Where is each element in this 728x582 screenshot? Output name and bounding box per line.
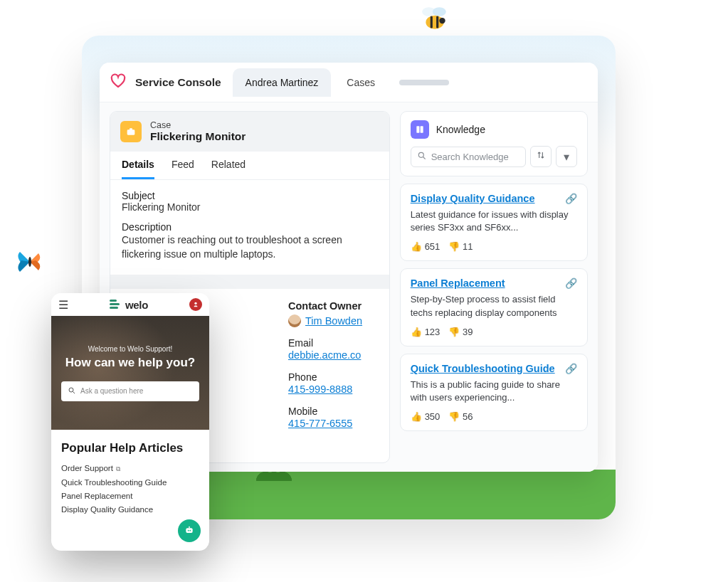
mobile-link-order[interactable]: Order Support ⧉	[61, 464, 199, 473]
app-title: Service Console	[135, 76, 221, 89]
external-link-icon: ⧉	[115, 465, 121, 472]
article-desc: Latest guidance for issues with display …	[411, 208, 577, 234]
knowledge-panel: Knowledge Search Knowledge	[400, 111, 588, 463]
chevron-down-icon: ▾	[564, 150, 569, 164]
article-down: 56	[463, 411, 473, 422]
svg-point-5	[439, 18, 445, 23]
mobile-link-panel[interactable]: Panel Replacement	[61, 492, 199, 500]
bee-icon	[420, 6, 450, 33]
article-title-link[interactable]: Quick Troubleshooting Guide	[411, 363, 555, 374]
article-desc: This is a public facing guide to share w…	[411, 379, 577, 404]
mobile-links: Order Support ⧉ Quick Troubleshooting Gu…	[61, 464, 199, 514]
svg-rect-8	[130, 128, 132, 130]
attach-icon[interactable]: 🔗	[565, 277, 577, 289]
case-header: Case Flickering Monitor	[110, 112, 389, 152]
mobile-link-quick[interactable]: Quick Troubleshooting Guide	[61, 478, 199, 487]
subtab-related[interactable]: Related	[211, 159, 246, 179]
case-details: Subject Flickering Monitor Description C…	[110, 180, 389, 275]
search-icon	[417, 151, 427, 163]
subject-value: Flickering Monitor	[122, 201, 378, 213]
case-title: Flickering Monitor	[150, 130, 246, 143]
mobile-link-display[interactable]: Display Quality Guidance	[61, 505, 199, 514]
subtab-feed[interactable]: Feed	[172, 159, 194, 179]
dropdown-button[interactable]: ▾	[556, 146, 577, 167]
thumbs-up-icon[interactable]: 👍	[411, 241, 422, 252]
article-card: Quick Troubleshooting Guide 🔗 This is a …	[400, 354, 588, 431]
phone-label: Phone	[288, 371, 376, 383]
svg-point-2	[426, 16, 443, 29]
tab-cases[interactable]: Cases	[334, 68, 388, 97]
mobile-label: Mobile	[288, 406, 376, 417]
article-title-link[interactable]: Display Quality Guidance	[411, 193, 535, 204]
article-card: Display Quality Guidance 🔗 Latest guidan…	[400, 184, 588, 261]
mobile-hero: Welcome to Welo Support! How can we help…	[51, 316, 209, 430]
svg-point-0	[422, 7, 436, 16]
contact-owner-label: Contact Owner	[288, 300, 376, 312]
mobile-section-title: Popular Help Articles	[61, 441, 199, 455]
svg-point-18	[189, 529, 191, 531]
bot-icon	[184, 524, 195, 538]
knowledge-search-input[interactable]: Search Knowledge	[411, 147, 526, 167]
description-label: Description	[122, 221, 378, 233]
email-value[interactable]: debbie.acme.co	[288, 349, 361, 361]
svg-point-11	[418, 152, 423, 157]
svg-line-15	[73, 391, 75, 393]
attach-icon[interactable]: 🔗	[565, 363, 577, 374]
article-up: 350	[425, 411, 441, 422]
app-brand: Service Console	[107, 70, 230, 95]
chat-fab[interactable]	[178, 519, 201, 542]
email-label: Email	[288, 337, 376, 349]
svg-point-14	[69, 388, 73, 392]
knowledge-icon	[411, 120, 429, 139]
notification-badge[interactable]	[189, 298, 202, 311]
top-bar: Service Console Andrea Martinez Cases	[100, 63, 598, 102]
article-votes: 👍350 👎56	[411, 411, 577, 422]
thumbs-up-icon[interactable]: 👍	[411, 327, 422, 337]
mobile-brand-name: welo	[125, 299, 148, 311]
mobile-search-input[interactable]: Ask a question here	[61, 381, 199, 401]
butterfly-icon	[13, 245, 47, 279]
avatar	[288, 314, 301, 327]
article-down: 11	[463, 241, 473, 252]
subtab-details[interactable]: Details	[122, 159, 154, 179]
mobile-top-bar: ☰ welo	[51, 293, 209, 316]
contact-owner-link[interactable]: Tim Bowden	[305, 315, 362, 327]
article-votes: 👍123 👎39	[411, 327, 577, 337]
svg-rect-9	[416, 126, 419, 132]
svg-point-13	[194, 302, 196, 305]
svg-point-6	[28, 257, 31, 267]
description-value: Customer is reaching out to troubleshoot…	[122, 233, 378, 262]
mobile-value[interactable]: 415-777-6555	[288, 418, 352, 429]
hero-title: How can we help you?	[65, 356, 195, 370]
welo-logo-icon	[110, 299, 121, 310]
divider-strip	[110, 275, 389, 289]
thumbs-up-icon[interactable]: 👍	[411, 411, 422, 422]
article-card: Panel Replacement 🔗 Step-by-Step process…	[400, 268, 588, 346]
svg-point-17	[188, 529, 189, 531]
thumbs-down-icon[interactable]: 👎	[448, 241, 460, 252]
svg-rect-4	[436, 16, 438, 28]
hamburger-icon[interactable]: ☰	[58, 298, 68, 312]
thumbs-down-icon[interactable]: 👎	[448, 411, 460, 422]
knowledge-header-card: Knowledge Search Knowledge	[400, 111, 588, 176]
mobile-preview-card: ☰ welo Welcome to Welo Support! How can …	[51, 293, 209, 551]
mobile-brand: welo	[110, 299, 148, 311]
knowledge-search-placeholder: Search Knowledge	[431, 152, 509, 162]
subject-label: Subject	[122, 190, 378, 201]
thumbs-down-icon[interactable]: 👎	[448, 327, 460, 337]
article-down: 39	[463, 327, 473, 337]
sort-button[interactable]	[530, 146, 552, 167]
case-eyebrow: Case	[150, 120, 246, 130]
article-up: 651	[425, 241, 441, 252]
tab-andrea-martinez[interactable]: Andrea Martinez	[233, 68, 332, 97]
hero-eyebrow: Welcome to Welo Support!	[88, 345, 173, 353]
attach-icon[interactable]: 🔗	[565, 193, 577, 204]
case-icon	[120, 121, 142, 142]
svg-rect-16	[186, 528, 192, 533]
article-title-link[interactable]: Panel Replacement	[411, 277, 505, 289]
mobile-search-placeholder: Ask a question here	[80, 387, 143, 395]
phone-value[interactable]: 415-999-8888	[288, 383, 352, 395]
svg-rect-19	[189, 526, 189, 528]
case-subtabs: Details Feed Related	[110, 152, 389, 180]
svg-rect-10	[420, 126, 423, 132]
